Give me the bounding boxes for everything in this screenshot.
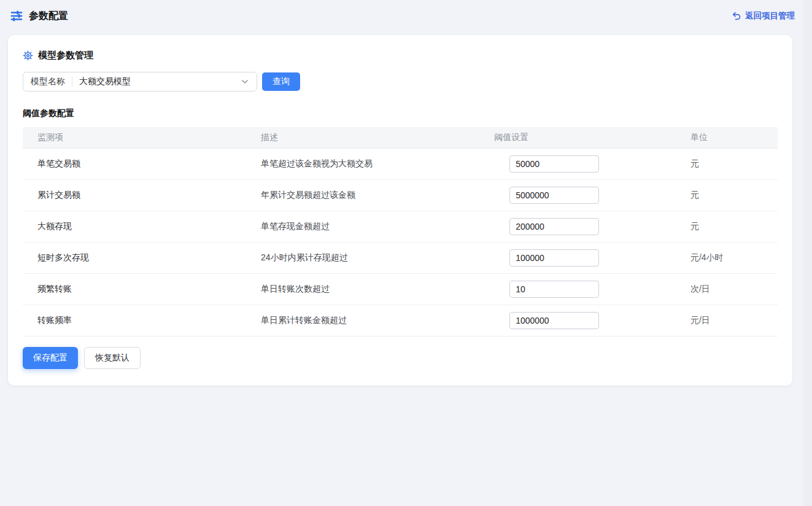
gear-icon xyxy=(23,50,33,61)
table-row: 频繁转账 单日转账次数超过 次/日 xyxy=(23,273,778,305)
threshold-section-title: 阈值参数配置 xyxy=(23,108,778,119)
monitor-item-cell: 转账频率 xyxy=(23,305,246,336)
column-header-threshold: 阈值设置 xyxy=(479,127,676,148)
description-cell: 单日转账次数超过 xyxy=(246,273,479,305)
threshold-input[interactable] xyxy=(509,187,599,204)
panel-title: 模型参数管理 xyxy=(38,50,93,61)
threshold-table: 监测项 描述 阈值设置 单位 单笔交易额 单笔超过该金额视为大额交易 元 累计交… xyxy=(23,127,778,337)
threshold-cell xyxy=(479,211,676,242)
description-cell: 单笔存现金额超过 xyxy=(246,211,479,242)
description-cell: 24小时内累计存现超过 xyxy=(246,242,479,273)
threshold-cell xyxy=(479,242,676,273)
query-row: 模型名称 大额交易模型 查询 xyxy=(23,72,778,91)
table-row: 转账频率 单日累计转账金额超过 元/日 xyxy=(23,305,778,336)
undo-arrow-icon xyxy=(732,12,741,21)
save-config-button[interactable]: 保存配置 xyxy=(23,347,78,369)
description-cell: 年累计交易额超过该金额 xyxy=(246,179,479,211)
unit-cell: 元 xyxy=(676,211,778,242)
monitor-item-cell: 频繁转账 xyxy=(23,273,246,305)
threshold-cell xyxy=(479,273,676,305)
action-buttons: 保存配置 恢复默认 xyxy=(23,347,778,369)
threshold-input[interactable] xyxy=(509,281,599,298)
unit-cell: 元/4小时 xyxy=(676,242,778,273)
table-header-row: 监测项 描述 阈值设置 单位 xyxy=(23,127,778,148)
description-cell: 单笔超过该金额视为大额交易 xyxy=(246,148,479,179)
threshold-cell xyxy=(479,305,676,336)
threshold-input[interactable] xyxy=(509,312,599,329)
model-select-value: 大额交易模型 xyxy=(79,76,131,87)
top-bar-left: 参数配置 xyxy=(10,9,68,23)
monitor-item-cell: 短时多次存现 xyxy=(23,242,246,273)
column-header-desc: 描述 xyxy=(246,127,479,148)
table-row: 单笔交易额 单笔超过该金额视为大额交易 元 xyxy=(23,148,778,179)
monitor-item-cell: 累计交易额 xyxy=(23,179,246,211)
description-cell: 单日累计转账金额超过 xyxy=(246,305,479,336)
column-header-item: 监测项 xyxy=(23,127,246,148)
chevron-down-icon xyxy=(241,77,249,86)
unit-cell: 元 xyxy=(676,179,778,211)
threshold-cell xyxy=(479,148,676,179)
threshold-input[interactable] xyxy=(509,155,599,173)
panel-header: 模型参数管理 xyxy=(23,50,778,61)
table-row: 大额存现 单笔存现金额超过 元 xyxy=(23,211,778,242)
threshold-input[interactable] xyxy=(509,249,599,267)
select-label-divider xyxy=(72,77,72,87)
monitor-item-cell: 大额存现 xyxy=(23,211,246,242)
threshold-input[interactable] xyxy=(509,218,599,235)
table-row: 短时多次存现 24小时内累计存现超过 元/4小时 xyxy=(23,242,778,273)
unit-cell: 元 xyxy=(676,148,778,179)
unit-cell: 次/日 xyxy=(676,273,778,305)
model-parameter-card: 模型参数管理 模型名称 大额交易模型 查询 阈值参数配置 xyxy=(8,35,792,386)
back-link-label: 返回项目管理 xyxy=(745,10,795,21)
model-name-select[interactable]: 模型名称 大额交易模型 xyxy=(23,72,257,91)
column-header-unit: 单位 xyxy=(676,127,778,148)
monitor-item-cell: 单笔交易额 xyxy=(23,148,246,179)
query-button[interactable]: 查询 xyxy=(262,72,300,91)
page-title: 参数配置 xyxy=(29,10,68,23)
top-bar: 参数配置 返回项目管理 xyxy=(0,0,812,32)
sliders-icon xyxy=(10,9,23,23)
restore-default-button[interactable]: 恢复默认 xyxy=(84,347,141,369)
table-row: 累计交易额 年累计交易额超过该金额 元 xyxy=(23,179,778,211)
model-select-label: 模型名称 xyxy=(31,76,65,87)
threshold-cell xyxy=(479,179,676,211)
unit-cell: 元/日 xyxy=(676,305,778,336)
back-to-project-link[interactable]: 返回项目管理 xyxy=(732,10,795,21)
page-scrollbar[interactable] xyxy=(803,0,812,506)
parameter-config-page: 参数配置 返回项目管理 xyxy=(0,0,812,506)
